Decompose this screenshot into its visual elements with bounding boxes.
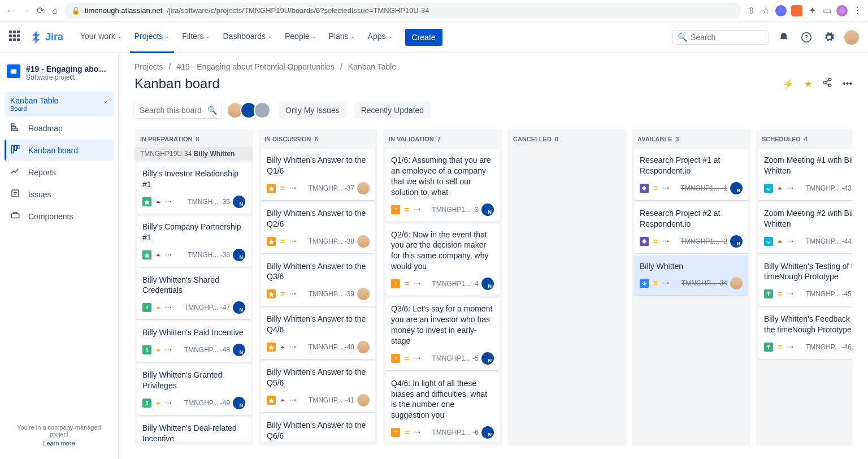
learn-more-link[interactable]: Learn more bbox=[8, 440, 110, 447]
star-icon[interactable]: ☆ bbox=[761, 6, 771, 16]
assignee-avatar[interactable] bbox=[233, 249, 245, 261]
issue-card[interactable]: Q3/6: Let's say for a moment you are an … bbox=[385, 298, 500, 370]
profile-avatar[interactable] bbox=[836, 5, 848, 16]
recently-updated-button[interactable]: Recently Updated bbox=[354, 102, 431, 119]
sidebar-item-reports[interactable]: Reports bbox=[5, 162, 114, 183]
issue-card[interactable]: Billy Whitten's Answer to the Q4/6•••TMN… bbox=[261, 308, 375, 359]
assignee-avatar[interactable] bbox=[481, 203, 494, 216]
breadcrumb-item[interactable]: Projects bbox=[134, 62, 163, 71]
extension-icon[interactable] bbox=[791, 5, 802, 16]
avatar[interactable] bbox=[254, 102, 271, 119]
settings-icon[interactable] bbox=[822, 30, 836, 45]
issue-card[interactable]: Q4/6: In light of all these biases and d… bbox=[385, 373, 500, 441]
url-bar[interactable]: 🔒 timenough.atlassian.net/jira/software/… bbox=[64, 3, 741, 19]
assignee-avatar[interactable] bbox=[730, 182, 743, 194]
menu-icon[interactable]: ⋮ bbox=[852, 6, 862, 16]
issue-card[interactable]: Zoom Meeting #2 with Billy Whitten•••TMN… bbox=[758, 202, 852, 253]
flag-dots: ••• bbox=[414, 430, 420, 435]
issue-card[interactable]: Billy Whitten's Answer to the Q3/6=•••TM… bbox=[261, 256, 375, 306]
issue-card[interactable]: Research Project #1 at Respondent.io=•••… bbox=[634, 149, 748, 200]
share-icon[interactable]: ⇧ bbox=[746, 6, 756, 16]
nav-item-dashboards[interactable]: Dashboards⌄ bbox=[218, 21, 277, 53]
only-my-issues-button[interactable]: Only My Issues bbox=[279, 102, 346, 119]
sidebar-item-issues[interactable]: Issues bbox=[5, 184, 114, 205]
assignee-avatar[interactable] bbox=[233, 196, 245, 208]
assignee-avatar[interactable] bbox=[357, 288, 370, 300]
issue-card[interactable]: Q2/6: Now in the event that you are the … bbox=[385, 224, 500, 296]
issue-card[interactable]: Billy Whitten=•••TMNGHP... -34 bbox=[634, 256, 748, 296]
issue-card[interactable]: Billy's Company Partnership #1•••TMNGH..… bbox=[137, 216, 251, 267]
assignee-avatar[interactable] bbox=[730, 235, 743, 248]
panel-icon[interactable]: ▭ bbox=[822, 6, 832, 16]
issue-card[interactable]: Zoom Meeting #1 with Billy Whitten•••TMN… bbox=[758, 149, 852, 200]
nav-item-apps[interactable]: Apps⌄ bbox=[363, 21, 397, 53]
issue-card[interactable]: Billy Whitten's Answer to the Q2/6=•••TM… bbox=[261, 202, 375, 253]
priority-medium-icon: = bbox=[776, 343, 784, 351]
star-icon[interactable]: ★ bbox=[804, 79, 812, 89]
assignee-avatar[interactable] bbox=[481, 278, 494, 290]
issue-card[interactable]: Billy Whitten's Answer to the Q5/6•••TMN… bbox=[261, 361, 375, 412]
sidebar-item-kanban-board[interactable]: Kanban board bbox=[5, 140, 114, 161]
breadcrumb-item[interactable]: Kanban Table bbox=[348, 62, 396, 71]
assignee-avatar[interactable] bbox=[481, 426, 494, 439]
assignee-avatar[interactable] bbox=[730, 277, 743, 289]
project-header[interactable]: #19 - Engaging about... Software project bbox=[5, 62, 114, 84]
assignee-filter[interactable] bbox=[230, 102, 271, 119]
breadcrumb-item[interactable]: #19 - Engaging about Potential Opportuni… bbox=[176, 62, 334, 71]
board-search-input[interactable] bbox=[140, 106, 204, 115]
board-selector[interactable]: Kanban Table Board ⌄ bbox=[5, 92, 114, 116]
issue-card[interactable]: Billy Whitten's Deal-related Incentive$•… bbox=[137, 417, 251, 441]
board-search[interactable]: 🔍 bbox=[134, 102, 222, 119]
nav-item-your-work[interactable]: Your work⌄ bbox=[76, 21, 127, 53]
sidebar-item-roadmap[interactable]: Roadmap bbox=[5, 118, 114, 138]
issue-card[interactable]: Research Project #2 at Respondent.io=•••… bbox=[634, 202, 748, 253]
assignee-avatar[interactable] bbox=[357, 182, 370, 194]
flag-dots: ••• bbox=[165, 305, 172, 310]
help-icon[interactable]: ? bbox=[799, 30, 814, 45]
jira-logo[interactable]: Jira bbox=[31, 31, 63, 44]
assignee-avatar[interactable] bbox=[481, 352, 494, 365]
share-icon[interactable] bbox=[822, 77, 832, 90]
issue-type-icon: ? bbox=[391, 428, 400, 437]
nav-item-plans[interactable]: Plans⌄ bbox=[324, 21, 360, 53]
nav-item-filters[interactable]: Filters⌄ bbox=[177, 21, 215, 53]
assignee-avatar[interactable] bbox=[233, 397, 245, 409]
notifications-icon[interactable] bbox=[776, 30, 791, 45]
user-avatar[interactable] bbox=[844, 30, 859, 45]
extension-icon[interactable] bbox=[775, 5, 787, 16]
card-title: Q1/6: Assuming that you are an employee … bbox=[391, 155, 494, 198]
assignee-avatar[interactable] bbox=[233, 301, 245, 314]
assignee-avatar[interactable] bbox=[357, 341, 370, 353]
extensions-icon[interactable]: ✦ bbox=[807, 6, 817, 16]
issue-card[interactable]: Billy Whitten's Shared Credentials$•••TM… bbox=[137, 269, 251, 320]
issue-card[interactable]: Billy's Investor Relationship #1•••TMNGH… bbox=[137, 163, 251, 214]
reload-icon[interactable]: ⟳ bbox=[35, 6, 45, 16]
issue-card[interactable]: Billy Whitten's Feedback on the timeNoug… bbox=[758, 308, 852, 359]
issue-card[interactable]: Billy Whitten's Paid Incentive$•••TMNGHP… bbox=[137, 322, 251, 362]
issue-key: TMNGHP... -39 bbox=[309, 290, 354, 298]
app-switcher-icon[interactable] bbox=[9, 31, 23, 44]
issue-card[interactable]: Billy Whitten's Granted Privileges$•••TM… bbox=[137, 364, 251, 415]
issue-card[interactable]: Billy Whitten's Answer to the Q1/6=•••TM… bbox=[261, 149, 375, 200]
assignee-avatar[interactable] bbox=[357, 235, 370, 248]
issue-card[interactable]: Q1/6: Assuming that you are an employee … bbox=[385, 149, 500, 222]
swimlane-header[interactable]: TMNGHP19U-34 Billy Whitten bbox=[134, 147, 253, 161]
issue-key: TMNGHP... -34 bbox=[682, 279, 727, 287]
home-icon[interactable]: ⌂ bbox=[50, 6, 60, 16]
nav-item-projects[interactable]: Projects⌄ bbox=[130, 21, 175, 53]
assignee-avatar[interactable] bbox=[357, 394, 370, 406]
nav-item-people[interactable]: People⌄ bbox=[280, 21, 321, 53]
global-search[interactable]: 🔍 bbox=[672, 30, 769, 45]
create-button[interactable]: Create bbox=[405, 29, 442, 46]
issue-type-icon bbox=[267, 184, 276, 193]
back-icon[interactable]: ← bbox=[6, 6, 16, 16]
more-icon[interactable]: ••• bbox=[843, 79, 852, 89]
automation-icon[interactable]: ⚡ bbox=[783, 79, 794, 89]
issue-card[interactable]: Billy Whitten's Answer to the Q6/6•••TMN… bbox=[261, 414, 375, 441]
issue-card[interactable]: Billy Whitten's Testing of the timeNough… bbox=[758, 256, 852, 306]
assignee-avatar[interactable] bbox=[233, 344, 245, 356]
issue-type-icon bbox=[764, 343, 773, 352]
sidebar-item-components[interactable]: Components bbox=[5, 206, 114, 227]
global-search-input[interactable] bbox=[691, 33, 763, 42]
forward-icon[interactable]: → bbox=[20, 6, 31, 16]
